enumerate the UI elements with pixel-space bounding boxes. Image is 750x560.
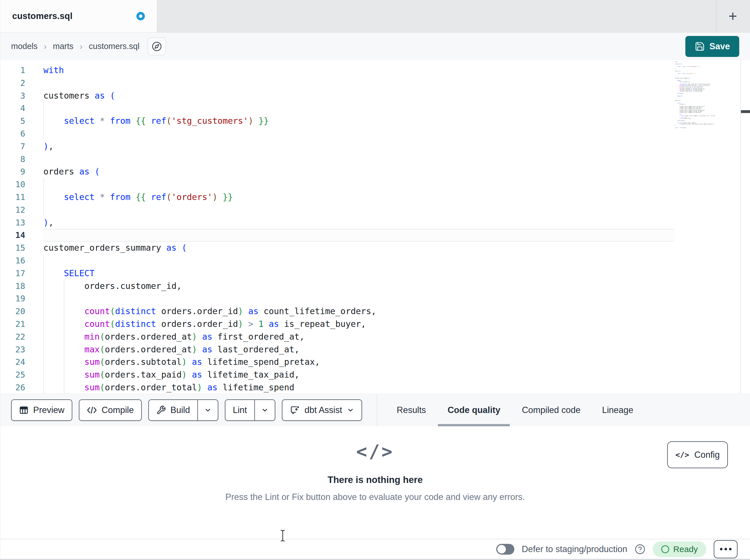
code-line[interactable]: [43, 204, 675, 216]
line-number: 9: [0, 165, 25, 178]
panel-tabs: Results Code quality Compiled code Linea…: [397, 394, 633, 426]
code-line[interactable]: SELECT: [43, 267, 675, 280]
code-line[interactable]: orders as (: [43, 165, 675, 178]
line-number: 13: [0, 216, 25, 229]
line-number: 12: [0, 204, 25, 216]
chevron-down-icon: [347, 407, 354, 414]
code-line[interactable]: count(distinct orders.order_id) > 1 as i…: [43, 318, 675, 331]
indent-guide: [43, 254, 44, 267]
text-cursor-pointer: [280, 530, 286, 543]
compile-button-label: Compile: [101, 405, 134, 415]
help-icon[interactable]: [635, 544, 645, 555]
tab-compiled-code[interactable]: Compiled code: [522, 394, 580, 426]
code-line[interactable]: count(distinct orders.order_id) as count…: [43, 305, 675, 318]
code-line[interactable]: customers as (: [43, 89, 675, 102]
editor-scrollbar-thumb[interactable]: [741, 110, 750, 113]
tab-strip: customers.sql +: [0, 0, 750, 33]
defer-label: Defer to staging/production: [522, 544, 627, 554]
line-number: 20: [0, 305, 25, 318]
code-line[interactable]: [43, 178, 675, 191]
editor-scrollbar[interactable]: [741, 60, 750, 394]
code-line[interactable]: orders.customer_id,: [43, 280, 675, 293]
indent-guide: [64, 318, 64, 331]
code-icon: </>: [675, 450, 689, 459]
tab-strip-empty-area: +: [157, 0, 750, 32]
breadcrumb-item-marts[interactable]: marts: [53, 42, 74, 51]
chevron-down-icon: [261, 407, 269, 414]
chevron-down-icon: [204, 407, 212, 414]
code-line[interactable]: max(orders.ordered_at) as last_ordered_a…: [43, 343, 675, 356]
indent-guide: [64, 305, 64, 318]
indent-guide: [43, 292, 44, 305]
indent-guide: [43, 191, 44, 204]
indent-guide: [43, 331, 44, 343]
code-lines[interactable]: withcustomers as ( select * from {{ ref(…: [43, 64, 675, 394]
code-line[interactable]: sum(orders.subtotal) as lifetime_spend_p…: [43, 356, 675, 369]
code-line[interactable]: [43, 77, 675, 89]
overflow-menu-button[interactable]: [714, 540, 737, 558]
line-number: 10: [0, 178, 25, 191]
code-line[interactable]: ),: [43, 140, 675, 153]
breadcrumb-item-file[interactable]: customers.sql: [89, 42, 139, 51]
build-dropdown-toggle[interactable]: [197, 400, 218, 420]
indent-guide: [64, 292, 64, 305]
indent-guide: [43, 356, 44, 369]
lint-dropdown-toggle[interactable]: [254, 400, 275, 420]
tab-results[interactable]: Results: [397, 394, 426, 426]
code-line[interactable]: sum(orders.order_total) as lifetime_spen…: [43, 381, 675, 394]
new-tab-button[interactable]: +: [716, 9, 750, 23]
file-tab-customers-sql[interactable]: customers.sql: [0, 0, 157, 32]
indent-guide: [64, 381, 64, 394]
defer-toggle[interactable]: [496, 544, 514, 555]
code-line[interactable]: [43, 153, 675, 166]
line-number: 23: [0, 343, 25, 356]
line-number: 15: [0, 242, 25, 254]
line-number: 11: [0, 191, 25, 204]
table-icon: [19, 405, 28, 415]
code-line[interactable]: [43, 292, 675, 305]
code-line[interactable]: select * from {{ ref('orders') }}: [43, 191, 675, 204]
code-line[interactable]: ),: [43, 216, 675, 229]
tab-strip-divider: [716, 0, 716, 32]
config-button-label: Config: [694, 450, 720, 460]
tab-lineage[interactable]: Lineage: [602, 394, 633, 426]
code-editor[interactable]: 1234567891011121314151617181920212223242…: [0, 60, 750, 394]
code-line[interactable]: sum(orders.tax_paid) as lifetime_tax_pai…: [43, 369, 675, 381]
code-quality-panel: </> There is nothing here Press the Lint…: [0, 426, 750, 539]
action-bar-divider: [377, 394, 377, 426]
code-line[interactable]: [43, 102, 675, 115]
ready-status-badge[interactable]: Ready: [653, 541, 706, 557]
lint-button[interactable]: Lint: [225, 399, 275, 421]
code-line[interactable]: [43, 127, 675, 140]
wrench-icon: [156, 405, 166, 415]
code-line[interactable]: select * from {{ ref('stg_customers') }}: [43, 115, 675, 127]
compile-button[interactable]: Compile: [79, 399, 142, 421]
save-button[interactable]: Save: [685, 36, 739, 57]
breadcrumb-item-models[interactable]: models: [11, 42, 38, 51]
indent-guide: [43, 305, 44, 318]
tab-code-quality[interactable]: Code quality: [448, 394, 500, 426]
status-bar: Defer to staging/production Ready: [0, 539, 750, 560]
indent-guide: [43, 369, 44, 381]
code-line[interactable]: [43, 229, 675, 242]
dot-icon: [725, 548, 727, 551]
build-button[interactable]: Build: [148, 399, 218, 421]
docs-compass-button[interactable]: [147, 37, 166, 56]
line-number: 3: [0, 89, 25, 102]
dbt-assist-button[interactable]: dbt Assist: [282, 399, 362, 421]
code-line[interactable]: with: [43, 64, 675, 77]
code-line[interactable]: customer_orders_summary as (: [43, 242, 675, 254]
config-button[interactable]: </> Config: [667, 441, 728, 468]
code-line[interactable]: [43, 254, 675, 267]
preview-button[interactable]: Preview: [11, 399, 72, 421]
code-line[interactable]: min(orders.ordered_at) as first_ordered_…: [43, 331, 675, 343]
editor-actions: Preview Compile Build: [11, 399, 362, 421]
minimap[interactable]: withcustomers as ( select * from {{ ref(…: [674, 60, 741, 394]
indent-guide: [43, 178, 44, 191]
empty-state-title: There is nothing here: [328, 474, 423, 485]
save-button-label: Save: [709, 41, 730, 51]
indent-guide: [43, 280, 44, 293]
indent-guide: [64, 331, 64, 343]
line-number: 6: [0, 127, 25, 140]
indent-guide: [64, 369, 64, 381]
